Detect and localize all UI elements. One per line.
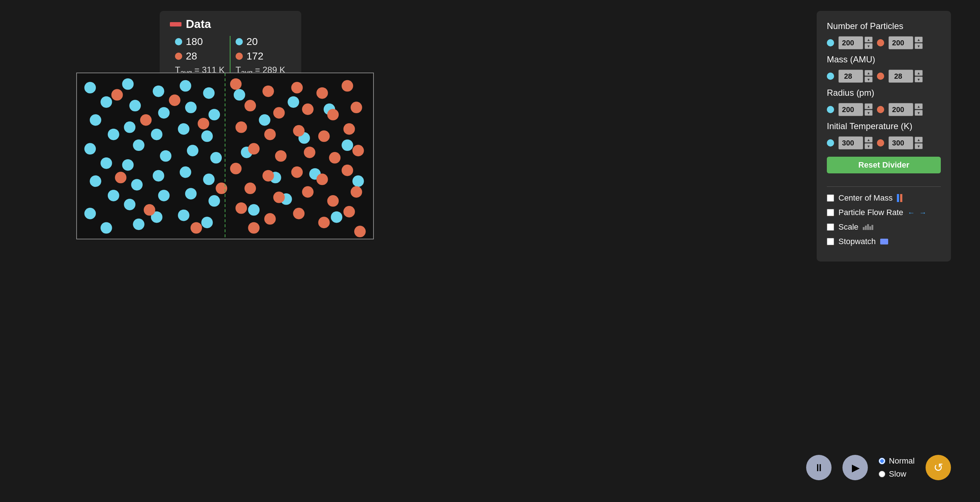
svg-point-92 <box>198 118 210 129</box>
center-of-mass-checkbox[interactable] <box>827 194 834 202</box>
normal-speed-row: Normal <box>879 456 915 466</box>
orange-dot-left <box>175 52 182 60</box>
scale-checkbox[interactable] <box>827 224 834 231</box>
speed-radio-group: Normal Slow <box>879 456 915 479</box>
svg-point-64 <box>262 170 274 182</box>
cm-bar-blue <box>897 194 899 202</box>
number-of-particles-row: 200 ▲ ▼ 200 ▲ ▼ <box>827 36 941 49</box>
blue-dot-left <box>175 38 182 45</box>
svg-point-9 <box>100 222 112 234</box>
play-button[interactable]: ▶ <box>842 455 868 480</box>
right-mass-spinbox[interactable]: 28 ▲ ▼ <box>889 70 923 83</box>
arrow-right-icon: → <box>920 208 927 217</box>
svg-point-93 <box>115 172 127 184</box>
left-mass-spin-btns: ▲ ▼ <box>865 70 873 83</box>
svg-point-49 <box>342 139 353 151</box>
blue-dot-mass <box>827 73 834 80</box>
right-radius-spin-btns: ▲ ▼ <box>915 103 923 116</box>
right-particles-up[interactable]: ▲ <box>915 37 923 43</box>
stopwatch-icon <box>880 239 888 245</box>
svg-point-61 <box>273 107 285 119</box>
center-of-mass-row: Center of Mass <box>827 193 941 203</box>
svg-point-51 <box>331 211 342 223</box>
orange-dot-mass <box>877 73 884 80</box>
svg-point-63 <box>275 150 287 162</box>
right-radius-spinbox[interactable]: 200 ▲ ▼ <box>889 103 923 116</box>
minus-icon <box>170 22 181 27</box>
left-radius-input[interactable]: 200 <box>838 103 863 116</box>
right-temp-spinbox[interactable]: 300 ▲ ▼ <box>889 137 923 149</box>
normal-speed-radio[interactable] <box>879 458 885 464</box>
temp-title: Initial Temperature (K) <box>827 121 941 131</box>
svg-point-60 <box>262 86 274 97</box>
play-icon: ▶ <box>852 462 860 474</box>
svg-point-28 <box>187 145 199 156</box>
svg-point-37 <box>208 195 220 207</box>
radius-title: Radius (pm) <box>827 88 941 98</box>
left-temp-up[interactable]: ▲ <box>865 137 873 143</box>
stopwatch-row: Stopwatch <box>827 237 941 246</box>
pause-button[interactable]: ⏸ <box>806 455 832 480</box>
left-mass-down[interactable]: ▼ <box>865 76 873 83</box>
svg-point-26 <box>185 102 197 113</box>
right-temp-down[interactable]: ▼ <box>915 143 923 149</box>
svg-point-57 <box>245 183 256 194</box>
particle-flow-rate-row: Particle Flow Rate ← → <box>827 208 941 217</box>
left-particles-input[interactable]: 200 <box>838 36 863 49</box>
left-particles-down[interactable]: ▼ <box>865 43 873 49</box>
right-radius-down[interactable]: ▼ <box>915 110 923 116</box>
left-particles-up[interactable]: ▲ <box>865 37 873 43</box>
svg-point-74 <box>317 87 328 99</box>
right-temp-spin-btns: ▲ ▼ <box>915 137 923 149</box>
stopwatch-checkbox[interactable] <box>827 238 834 245</box>
right-particles-input[interactable]: 200 <box>889 36 913 49</box>
right-particles-spinbox[interactable]: 200 ▲ ▼ <box>889 36 923 49</box>
left-temp-input[interactable]: 300 <box>838 137 863 149</box>
scale-bar-5 <box>872 225 873 230</box>
left-mass-input[interactable]: 28 <box>838 70 863 83</box>
right-mass-down[interactable]: ▼ <box>915 76 923 83</box>
right-temp-up[interactable]: ▲ <box>915 137 923 143</box>
svg-point-82 <box>351 102 362 113</box>
refresh-button[interactable]: ↺ <box>926 455 951 480</box>
scale-label: Scale <box>838 222 858 232</box>
right-mass-input[interactable]: 28 <box>889 70 913 83</box>
svg-point-8 <box>84 208 96 219</box>
left-mass-up[interactable]: ▲ <box>865 70 873 76</box>
left-mass-spinbox[interactable]: 28 ▲ ▼ <box>838 70 873 83</box>
svg-point-25 <box>180 80 191 92</box>
svg-point-58 <box>235 202 247 214</box>
right-particles-spin-btns: ▲ ▼ <box>915 37 923 49</box>
right-particles-down[interactable]: ▼ <box>915 43 923 49</box>
particle-flow-rate-checkbox[interactable] <box>827 209 834 216</box>
left-radius-down[interactable]: ▼ <box>865 110 873 116</box>
data-grid: 180 28 Tavg = 311 K 20 172 Tavg = 289 K <box>170 36 291 77</box>
right-mass-up[interactable]: ▲ <box>915 70 923 76</box>
svg-point-75 <box>328 109 339 121</box>
left-blue-row: 180 <box>175 36 225 48</box>
left-radius-up[interactable]: ▲ <box>865 103 873 109</box>
left-temp-spinbox[interactable]: 300 ▲ ▼ <box>838 137 873 149</box>
svg-point-0 <box>84 82 96 94</box>
reset-divider-button[interactable]: Reset Divider <box>827 157 941 173</box>
svg-point-20 <box>151 129 162 140</box>
center-of-mass-icon <box>897 194 902 202</box>
left-radius-spinbox[interactable]: 200 ▲ ▼ <box>838 103 873 116</box>
svg-point-1 <box>100 96 112 108</box>
left-temp-down[interactable]: ▼ <box>865 143 873 149</box>
svg-point-33 <box>208 109 220 121</box>
center-of-mass-label: Center of Mass <box>838 193 892 203</box>
right-radius-input[interactable]: 200 <box>889 103 913 116</box>
left-particles-spinbox[interactable]: 200 ▲ ▼ <box>838 36 873 49</box>
svg-point-13 <box>133 139 145 151</box>
orange-dot-particles <box>877 39 884 46</box>
svg-point-10 <box>122 78 134 90</box>
left-temp-spin-btns: ▲ ▼ <box>865 137 873 149</box>
svg-point-36 <box>203 174 215 185</box>
svg-point-77 <box>329 152 340 164</box>
right-radius-up[interactable]: ▲ <box>915 103 923 109</box>
slow-speed-radio[interactable] <box>879 471 885 477</box>
svg-point-3 <box>108 129 119 140</box>
pause-icon: ⏸ <box>814 462 824 474</box>
right-temp-input[interactable]: 300 <box>889 137 913 149</box>
